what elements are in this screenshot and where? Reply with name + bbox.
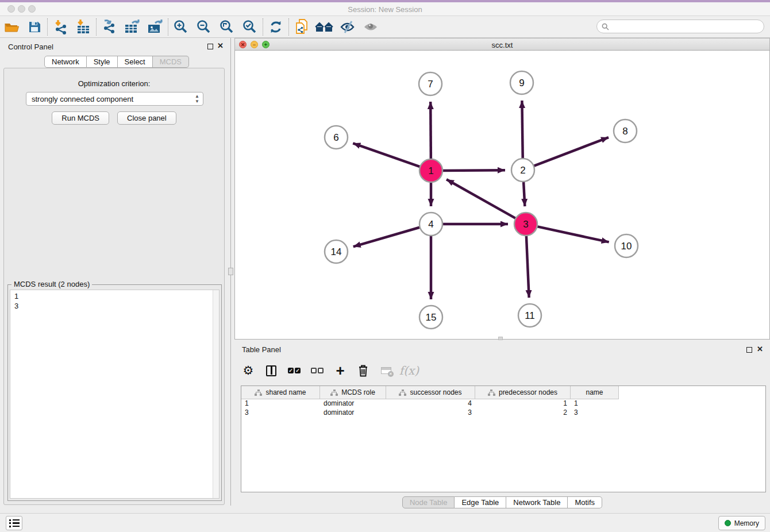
zoom-out-icon[interactable] (192, 17, 215, 37)
column-header-predecessor-nodes[interactable]: predecessor nodes (475, 386, 571, 399)
tab-mcds[interactable]: MCDS (153, 56, 189, 68)
svg-text:3: 3 (523, 219, 528, 230)
svg-text:7: 7 (428, 79, 433, 90)
edge-3-10[interactable] (535, 226, 609, 242)
node-9[interactable]: 9 (510, 71, 533, 94)
edge-3-11[interactable] (526, 233, 529, 298)
network-frame-titlebar[interactable]: ✕ − + scc.txt (234, 38, 770, 51)
column-header-shared-name[interactable]: shared name (241, 386, 320, 399)
edge-3-1[interactable] (446, 179, 518, 219)
table-cell[interactable]: 3 (241, 408, 320, 418)
table-row[interactable]: 3dominator323 (241, 408, 765, 418)
hide-selected-icon[interactable] (336, 17, 359, 37)
panel-divider-grip[interactable] (228, 268, 233, 275)
close-panel-icon[interactable]: ✕ (217, 41, 224, 50)
result-scrollbar[interactable] (213, 290, 219, 498)
export-network-icon[interactable] (98, 17, 121, 37)
table-row[interactable]: 1dominator411 (241, 399, 765, 408)
zoom-selected-icon[interactable] (238, 17, 261, 37)
node-3[interactable]: 3 (514, 213, 537, 236)
float-table-panel-icon[interactable] (746, 347, 752, 353)
search-field[interactable] (596, 20, 764, 33)
edge-1-6[interactable] (353, 143, 422, 167)
node-4[interactable]: 4 (419, 213, 442, 236)
refresh-icon[interactable] (264, 17, 287, 37)
svg-text:14: 14 (331, 246, 342, 257)
first-neighbors-icon[interactable] (313, 17, 336, 37)
zoom-in-icon[interactable] (170, 17, 192, 37)
table-cell[interactable]: 4 (386, 399, 475, 408)
network-canvas[interactable]: 7968124314101511 (234, 51, 770, 340)
delete-column-icon[interactable] (356, 362, 371, 379)
network-graph[interactable]: 7968124314101511 (235, 51, 769, 338)
tab-select[interactable]: Select (118, 56, 153, 68)
canvas-grip[interactable] (498, 337, 503, 340)
export-table-icon[interactable] (121, 17, 144, 37)
column-header-successor-nodes[interactable]: successor nodes (386, 386, 475, 399)
mcds-result-textarea[interactable]: 13 (10, 290, 220, 499)
node-2[interactable]: 2 (511, 159, 534, 182)
close-table-panel-icon[interactable]: ✕ (757, 345, 763, 353)
run-mcds-button[interactable]: Run MCDS (52, 111, 109, 125)
table-cell[interactable]: 3 (571, 408, 619, 418)
control-panel-title: Control Panel (8, 43, 53, 51)
edge-4-14[interactable] (353, 226, 422, 246)
node-8[interactable]: 8 (614, 119, 637, 142)
column-label: predecessor nodes (499, 388, 557, 396)
settings-icon[interactable]: ⚙ (241, 362, 256, 379)
table-cell[interactable]: 1 (475, 399, 571, 408)
node-15[interactable]: 15 (419, 306, 442, 329)
tab-motifs[interactable]: Motifs (568, 496, 602, 508)
column-header-MCDS-role[interactable]: MCDS role (320, 386, 386, 399)
column-header-name[interactable]: name (571, 386, 619, 399)
select-all-icon[interactable]: ✓✓ (287, 362, 302, 379)
add-column-icon[interactable]: + (333, 362, 348, 379)
table-cell[interactable]: 2 (475, 408, 571, 418)
svg-text:1: 1 (428, 165, 433, 176)
show-column-icon[interactable] (264, 362, 279, 379)
table-cell[interactable]: 1 (241, 399, 320, 408)
node-7[interactable]: 7 (419, 72, 442, 95)
tab-network[interactable]: Network (44, 56, 87, 68)
table-cell[interactable]: 3 (386, 408, 475, 418)
flow-icon (255, 390, 262, 396)
session-title: Session: New Session (0, 5, 770, 14)
table-cell[interactable]: dominator (320, 399, 386, 408)
table-cell[interactable]: 1 (571, 399, 619, 408)
edge-1-7[interactable] (430, 102, 431, 161)
edge-2-8[interactable] (532, 137, 609, 167)
deselect-all-icon[interactable] (310, 362, 325, 379)
memory-button[interactable]: Memory (718, 516, 765, 530)
node-11[interactable]: 11 (518, 304, 541, 327)
open-session-icon[interactable] (0, 17, 23, 37)
tab-node-table[interactable]: Node Table (402, 496, 455, 508)
node-1[interactable]: 1 (419, 159, 442, 182)
tab-edge-table[interactable]: Edge Table (455, 496, 506, 508)
close-panel-button[interactable]: Close panel (117, 111, 176, 125)
float-panel-icon[interactable] (207, 44, 213, 49)
tab-network-table[interactable]: Network Table (506, 496, 568, 508)
table-cell[interactable]: dominator (320, 408, 386, 418)
search-input[interactable] (612, 22, 764, 30)
export-image-icon[interactable] (144, 17, 167, 37)
criterion-dropdown[interactable]: strongly connected component ▲▼ (26, 92, 203, 106)
task-history-icon[interactable] (6, 516, 22, 530)
zoom-fit-icon[interactable] (215, 17, 238, 37)
edge-1-2[interactable] (440, 170, 505, 171)
node-14[interactable]: 14 (325, 240, 348, 263)
column-label: MCDS role (341, 388, 375, 396)
node-table[interactable]: shared nameMCDS rolesuccessor nodesprede… (241, 385, 766, 492)
svg-text:10: 10 (621, 241, 632, 252)
node-6[interactable]: 6 (325, 126, 348, 149)
result-line: 3 (14, 301, 219, 311)
toolbar-separator (263, 18, 263, 36)
save-session-icon[interactable] (23, 17, 46, 37)
edge-2-3[interactable] (523, 179, 525, 206)
edge-2-9[interactable] (522, 101, 522, 161)
clone-network-icon[interactable] (290, 17, 313, 37)
show-all-icon[interactable] (359, 17, 382, 37)
import-table-icon[interactable] (72, 17, 95, 37)
node-10[interactable]: 10 (615, 234, 638, 257)
import-network-icon[interactable] (49, 17, 72, 37)
tab-style[interactable]: Style (87, 56, 118, 68)
